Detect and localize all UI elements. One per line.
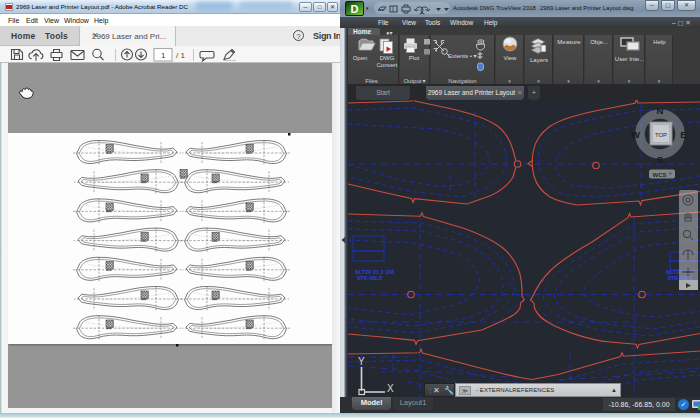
svg-text:TOP: TOP	[655, 132, 667, 138]
svg-text:E: E	[680, 129, 686, 140]
svg-text:X: X	[387, 383, 394, 394]
svg-text:Y: Y	[358, 356, 365, 367]
svg-text:/ 1: / 1	[176, 51, 185, 60]
svg-text:N: N	[657, 105, 664, 116]
svg-text:1: 1	[161, 51, 166, 60]
svg-text:WCS: WCS	[653, 172, 667, 178]
svg-text:9TK-08LD: 9TK-08LD	[357, 275, 383, 281]
svg-text:W: W	[631, 129, 640, 140]
svg-text:S: S	[657, 154, 663, 165]
